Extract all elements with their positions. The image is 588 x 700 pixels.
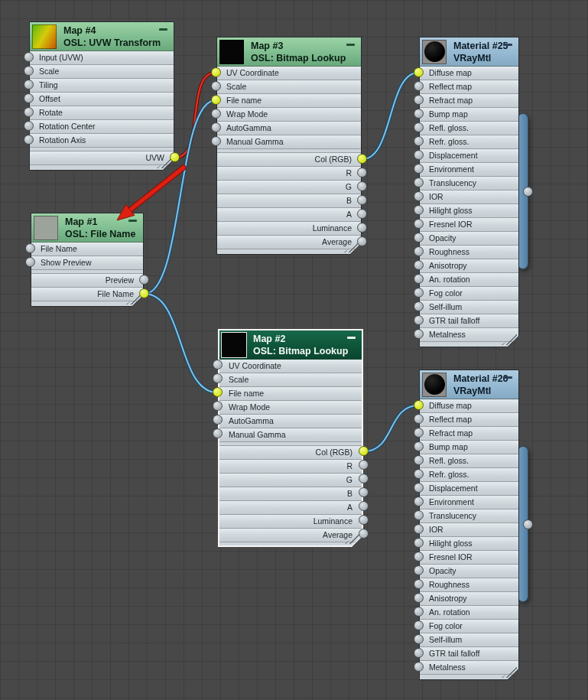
node-map1[interactable]: Map #1OSL: File NameFile NameShow Previe… — [31, 213, 144, 307]
input-slot-dot-environment[interactable] — [414, 164, 424, 174]
input-slot-dot-fresnel-ior[interactable] — [414, 219, 424, 229]
input-slot-dot-self-illum[interactable] — [414, 634, 424, 644]
input-slot-dot-scale[interactable] — [24, 66, 34, 76]
input-slot-dot-refl-gloss[interactable] — [414, 122, 424, 132]
input-slot-row-ior: IOR — [420, 523, 518, 537]
output-slot-dot-luminance[interactable] — [359, 515, 369, 525]
input-slot-dot-manual-gamma[interactable] — [211, 136, 221, 146]
input-slot-dot-refract-map[interactable] — [414, 95, 424, 105]
collapse-icon[interactable] — [128, 220, 137, 222]
output-slot-dot-average[interactable] — [359, 529, 369, 539]
input-slot-dot-manual-gamma[interactable] — [213, 428, 223, 438]
input-slot-dot-scale[interactable] — [213, 373, 223, 383]
input-slot-dot-gtr-tail-falloff[interactable] — [414, 648, 424, 658]
input-slot-dot-metalness[interactable] — [414, 662, 424, 672]
input-slot-dot-rotation-center[interactable] — [24, 121, 34, 131]
material-output-dot[interactable] — [523, 519, 533, 529]
collapse-icon[interactable] — [504, 44, 512, 46]
node-map4[interactable]: Map #4OSL: UVW TransformInput (UVW)Scale… — [29, 21, 174, 171]
output-slot-dot-average[interactable] — [357, 236, 367, 246]
input-slot-dot-self-illum[interactable] — [414, 301, 424, 311]
node-map3[interactable]: Map #3OSL: Bitmap LookupUV CoordinateSca… — [216, 37, 362, 255]
node-mat26[interactable]: Material #26VRayMtlDiffuse mapReflect ma… — [419, 370, 519, 680]
output-slot-dot-preview[interactable] — [139, 275, 149, 285]
input-slot-dot-refr-gloss[interactable] — [414, 136, 424, 146]
input-slot-dot-translucency[interactable] — [414, 510, 424, 520]
input-slot-dot-offset[interactable] — [24, 93, 34, 103]
node-mat25[interactable]: Material #25VRayMtlDiffuse mapReflect ma… — [419, 37, 519, 347]
output-slot-dot-luminance[interactable] — [357, 223, 367, 233]
input-slot-dot-roughness[interactable] — [414, 246, 424, 256]
output-slot-dot-col-rgb[interactable] — [359, 446, 369, 456]
input-slot-dot-displacement[interactable] — [414, 483, 424, 493]
input-slot-dot-refr-gloss[interactable] — [414, 469, 424, 479]
input-slot-dot-file-name[interactable] — [25, 243, 35, 253]
input-slot-dot-input-uvw[interactable] — [24, 52, 34, 62]
input-slot-dot-roughness[interactable] — [414, 579, 424, 589]
input-slot-dot-opacity[interactable] — [414, 565, 424, 575]
input-slot-dot-rotation-axis[interactable] — [24, 135, 34, 145]
input-slot-dot-displacement[interactable] — [414, 150, 424, 160]
output-slot-dot-g[interactable] — [359, 474, 369, 483]
input-slot-dot-an-rotation[interactable] — [414, 274, 424, 284]
input-slot-dot-bump-map[interactable] — [414, 109, 424, 119]
output-slot-dot-col-rgb[interactable] — [357, 154, 367, 164]
node-header[interactable]: Map #3OSL: Bitmap Lookup — [217, 37, 361, 67]
node-header[interactable]: Map #4OSL: UVW Transform — [30, 22, 174, 51]
input-slot-dot-anisotropy[interactable] — [414, 260, 424, 270]
input-slot-dot-autogamma[interactable] — [213, 415, 223, 425]
input-slot-dot-an-rotation[interactable] — [414, 607, 424, 617]
output-slot-dot-a[interactable] — [357, 209, 367, 219]
input-slot-dot-translucency[interactable] — [414, 177, 424, 187]
collapse-icon[interactable] — [504, 376, 512, 379]
node-header[interactable]: Material #25VRayMtl — [420, 37, 518, 67]
input-slot-dot-environment[interactable] — [414, 497, 424, 506]
node-map2[interactable]: Map #2OSL: Bitmap LookupUV CoordinateSca… — [218, 329, 363, 547]
input-slot-dot-diffuse-map[interactable] — [414, 400, 424, 410]
output-slot-dot-uvw[interactable] — [170, 152, 180, 162]
input-slot-dot-file-name[interactable] — [213, 387, 223, 397]
output-slot-dot-file-name[interactable] — [139, 288, 149, 298]
input-slot-dot-hilight-gloss[interactable] — [414, 538, 424, 548]
output-slot-dot-a[interactable] — [359, 501, 369, 511]
input-slot-dot-ior[interactable] — [414, 524, 424, 534]
input-slot-dot-bump-map[interactable] — [414, 441, 424, 451]
material-output-dot[interactable] — [523, 187, 533, 197]
output-slot-dot-b[interactable] — [359, 487, 369, 497]
input-slot-dot-fog-color[interactable] — [414, 620, 424, 630]
input-slot-dot-ior[interactable] — [414, 191, 424, 201]
node-graph-canvas[interactable]: Map #4OSL: UVW TransformInput (UVW)Scale… — [0, 0, 588, 700]
input-slot-dot-file-name[interactable] — [211, 95, 221, 105]
input-slot-dot-wrap-mode[interactable] — [213, 401, 223, 411]
input-slot-dot-reflect-map[interactable] — [414, 414, 424, 424]
input-slot-dot-rotate[interactable] — [24, 107, 34, 117]
input-slot-dot-uv-coordinate[interactable] — [213, 360, 223, 370]
input-slot-dot-fresnel-ior[interactable] — [414, 552, 424, 562]
input-slot-dot-reflect-map[interactable] — [414, 81, 424, 91]
node-header[interactable]: Map #2OSL: Bitmap Lookup — [219, 330, 362, 360]
input-slot-dot-tiling[interactable] — [24, 80, 34, 90]
collapse-icon[interactable] — [347, 337, 356, 339]
node-header[interactable]: Material #26VRayMtl — [420, 370, 518, 399]
input-slot-dot-metalness[interactable] — [414, 329, 424, 339]
collapse-icon[interactable] — [159, 28, 167, 31]
input-slot-dot-refl-gloss[interactable] — [414, 455, 424, 465]
input-slot-dot-hilight-gloss[interactable] — [414, 205, 424, 215]
input-slot-dot-diffuse-map[interactable] — [414, 67, 424, 77]
input-slot-dot-opacity[interactable] — [414, 233, 424, 243]
input-slot-dot-fog-color[interactable] — [414, 288, 424, 298]
input-slot-dot-refract-map[interactable] — [414, 428, 424, 438]
node-header[interactable]: Map #1OSL: File Name — [31, 213, 143, 243]
collapse-icon[interactable] — [346, 44, 355, 46]
input-slot-dot-scale[interactable] — [211, 81, 221, 91]
input-slot-dot-uv-coordinate[interactable] — [211, 67, 221, 77]
input-slot-dot-show-preview[interactable] — [25, 257, 35, 267]
output-slot-dot-g[interactable] — [357, 181, 367, 191]
output-slot-dot-b[interactable] — [357, 195, 367, 205]
output-slot-dot-r[interactable] — [359, 460, 369, 470]
input-slot-dot-anisotropy[interactable] — [414, 593, 424, 603]
input-slot-dot-wrap-mode[interactable] — [211, 109, 221, 119]
input-slot-dot-gtr-tail-falloff[interactable] — [414, 315, 424, 325]
output-slot-dot-r[interactable] — [357, 168, 367, 177]
input-slot-dot-autogamma[interactable] — [211, 122, 221, 132]
